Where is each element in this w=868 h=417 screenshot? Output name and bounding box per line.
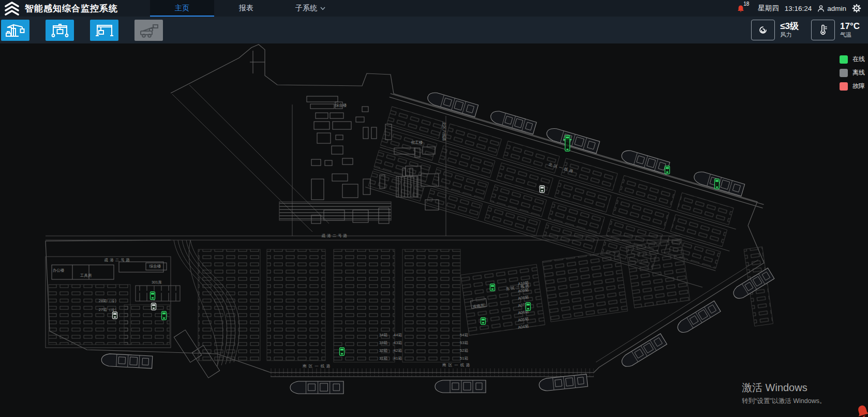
marker-truck-online[interactable] [665,166,670,174]
ship [619,334,667,369]
rail-crane-icon [94,22,115,38]
reach-stacker-icon [139,22,159,38]
notification-bell-icon[interactable]: 18 [737,3,750,14]
map-label: 综合楼 [149,264,161,269]
map-label: 53箱 [460,340,468,345]
equipment-toolbar: ≤3级 风力 17°C 气温 [0,17,868,43]
user-menu[interactable]: admin [817,5,846,12]
map-label: A04箱 [518,324,529,330]
map-label: 34箱 [379,333,387,337]
map-label: 51箱 [460,356,468,361]
map-label: 43箱 [394,340,402,345]
main-tabs: 主页 报表 子系统 [150,0,342,17]
legend-label: 离线 [852,68,865,77]
ship [620,148,670,174]
legend-label: 故障 [852,82,865,91]
map-label: 北区六线路 [442,122,446,141]
map-label: 44箱 [394,333,402,337]
filter-quay-crane-button[interactable] [1,20,29,41]
map-label: 综合楼 [335,103,347,108]
status-legend: 在线离线故障 [840,55,865,91]
legend-item: 故障 [840,82,865,91]
username: admin [827,5,846,12]
temperature-widget: 17°C 气温 [811,20,860,40]
legend-swatch [840,55,848,64]
marker-truck-offline[interactable] [540,186,545,192]
filter-rail-crane-button[interactable] [90,20,118,41]
map-label: 南区一线路 [442,363,472,367]
marker-truck-online[interactable] [151,292,155,300]
map-label: 27箱（冷） [99,307,118,312]
marker-truck-offline[interactable] [113,312,117,319]
ship [545,126,600,153]
settings-gear-icon[interactable] [852,4,861,13]
map-label: 候工楼 [411,140,423,145]
map-label: 南区一线路 [302,364,333,368]
weather-widget: ≤3级 风力 17°C 气温 [751,20,868,40]
notification-count: 18 [743,1,749,7]
ship [435,380,486,393]
clock: 13:16:24 [785,5,812,12]
legend-swatch [840,69,848,77]
chevron-down-icon [320,7,325,10]
wind-value: ≤3级 [780,21,799,32]
marker-truck-online[interactable] [340,348,345,355]
map-label: 301库 [152,280,162,285]
ship [101,353,153,368]
map-label: 41箱 [394,356,402,361]
central-yards [198,249,460,362]
map-label: 42箱 [394,348,402,353]
map-label: 54箱 [460,333,468,337]
ship [489,109,536,134]
ship [675,301,721,335]
map-label: 工具房 [80,273,92,278]
person-icon [817,5,825,12]
legend-item: 离线 [840,68,865,77]
filter-reach-stacker-button[interactable] [134,20,163,41]
tab-reports[interactable]: 报表 [214,0,278,17]
weekday-label: 星期四 [758,4,779,13]
map-label: 31箱 [379,356,387,361]
marker-truck-online[interactable] [481,318,486,324]
app-title: 智能感知综合监控系统 [25,3,118,14]
map-label: 28箱（冷） [99,299,118,303]
tab-subsystems[interactable]: 子系统 [278,0,342,17]
map-label: 33箱 [379,340,387,345]
port-map[interactable]: 综合楼候工楼北区六线路疏港二号路疏港二号路北区一线路南区一线路南区一线路东区二线… [0,43,868,417]
marker-truck-online[interactable] [715,179,720,189]
wind-widget: ≤3级 风力 [751,20,799,40]
ship [426,91,478,117]
temperature-label: 气温 [840,31,860,39]
tab-home[interactable]: 主页 [150,0,214,17]
quay-crane-icon [5,22,26,38]
ship [290,381,343,394]
map-label: 52箱 [460,348,468,353]
equipment-filter-group [1,20,163,41]
marker-truck-offline[interactable] [152,303,156,310]
south-quay [271,368,594,377]
thermometer-icon [811,20,835,40]
navbar-right: 18 星期四 13:16:24 admin [737,3,868,14]
legend-swatch [840,82,848,91]
app-logo-waves-icon [4,2,20,16]
wind-label: 风力 [780,31,799,39]
map-label: 办公楼 [53,268,65,273]
marker-truck-online[interactable] [162,311,167,320]
legend-label: 在线 [852,55,865,64]
port-map-area: 综合楼候工楼北区六线路疏港二号路疏港二号路北区一线路南区一线路南区一线路东区二线… [0,43,868,417]
map-label: 疏港二号路 [322,233,349,238]
wind-cloud-icon [751,20,775,40]
map-label: 疏港二号路 [104,258,132,262]
temperature-value: 17°C [840,21,860,32]
map-label: 32箱 [379,348,387,353]
marker-truck-online[interactable] [526,303,531,310]
filter-rtg-crane-button[interactable] [46,20,74,41]
rtg-crane-icon [50,22,70,38]
top-navbar: 智能感知综合监控系统 主页 报表 子系统 18 星期四 13:16:24 adm… [0,0,868,17]
red-alarm-bell-icon[interactable] [855,405,868,417]
marker-truck-online[interactable] [490,284,495,291]
legend-item: 在线 [840,55,865,64]
